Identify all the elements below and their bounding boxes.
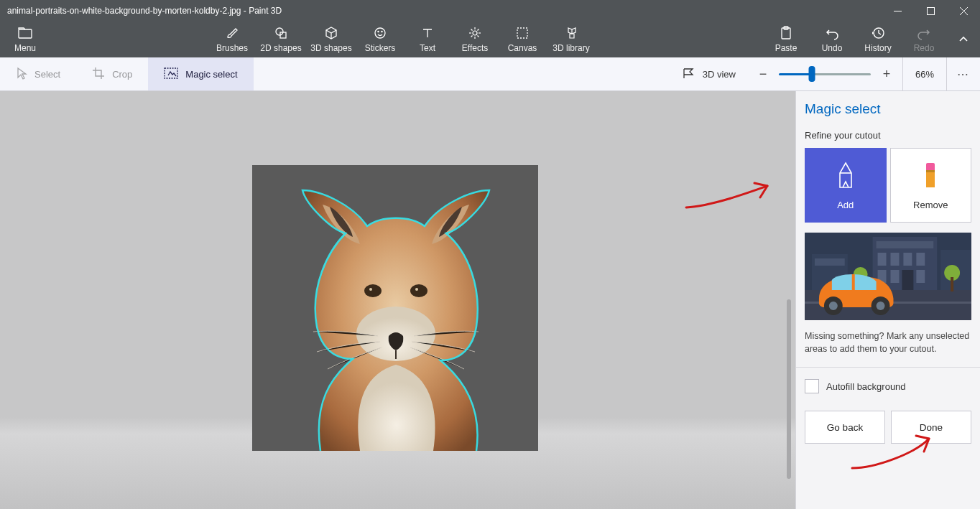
shape2d-icon [274,26,288,40]
svg-rect-19 [517,28,527,38]
undo-icon [825,26,839,40]
tool-text[interactable]: Text [404,22,451,57]
zoom-controls: − + [747,57,902,90]
svg-rect-39 [903,253,912,266]
crop-icon [92,67,105,82]
history-icon [871,26,885,40]
tool-3d-library[interactable]: 3D library [546,22,596,57]
canvas-scrollbar[interactable] [787,299,791,479]
svg-rect-36 [877,241,934,248]
ribbon-tools: Brushes 2D shapes 3D shapes Stickers Tex… [208,22,596,57]
cursor-icon [16,67,27,82]
window-title: animal-portraits-on-white-background-by-… [7,6,282,16]
zoom-out-button[interactable]: − [747,57,779,91]
redo-button[interactable]: Redo [901,22,947,57]
tool-stickers[interactable]: Stickers [356,22,404,57]
paste-icon [779,26,793,40]
shape3d-icon [324,26,338,40]
preview-illustration [805,233,971,320]
tool-label: History [864,43,891,53]
tool-label: Undo [822,43,843,53]
done-button[interactable]: Done [891,411,971,444]
add-tool-card[interactable]: Add [805,148,887,223]
svg-point-7 [375,28,385,38]
paste-button[interactable]: Paste [763,22,809,57]
maximize-button[interactable] [914,0,947,22]
tool-label: Paste [775,43,798,53]
fox-selection [252,165,538,451]
more-options-button[interactable]: ⋯ [947,57,980,90]
zoom-slider[interactable] [779,57,871,91]
options-bar: Select Crop Magic select 3D view − + 66%… [0,57,980,91]
svg-rect-38 [890,253,899,266]
autofill-checkbox-row[interactable]: Autofill background [805,379,971,393]
close-button[interactable] [947,0,980,22]
tool-canvas[interactable]: Canvas [499,22,546,57]
magic-select-icon [164,67,178,81]
history-button[interactable]: History [855,22,901,57]
tool-label: Effects [462,43,488,53]
svg-rect-30 [926,170,935,172]
canvas-image[interactable] [252,165,538,451]
tool-3d-shapes[interactable]: 3D shapes [306,22,356,57]
tool-label: Canvas [508,43,537,53]
3d-view-toggle[interactable]: 3D view [671,57,747,90]
tool-label: 3D library [553,43,589,53]
brush-icon [225,26,239,40]
zoom-percent[interactable]: 66% [902,57,947,90]
eraser-icon [921,160,940,192]
menu-button[interactable]: Menu [0,22,50,57]
library-icon [564,26,578,40]
annotation-arrow-top [683,177,783,220]
svg-line-17 [478,29,479,31]
checkbox[interactable] [805,379,819,393]
svg-rect-40 [916,253,925,266]
sidebar-title: Magic select [805,101,971,117]
ribbon-right: Paste Undo History Redo [763,22,980,57]
svg-point-25 [364,284,382,297]
svg-point-9 [382,31,382,32]
crop-tool[interactable]: Crop [76,57,148,90]
redo-icon [917,26,931,40]
divider [796,367,980,368]
card-label: Add [837,200,854,210]
menu-label: Menu [14,43,36,53]
svg-point-10 [473,31,477,35]
opt-label: 3D view [703,69,736,80]
undo-button[interactable]: Undo [809,22,855,57]
svg-line-15 [471,29,473,31]
magic-select-tool[interactable]: Magic select [148,57,253,90]
remove-tool-card[interactable]: Remove [890,148,972,223]
svg-rect-43 [916,270,925,283]
pencil-add-icon [834,160,857,192]
tool-effects[interactable]: Effects [451,22,499,57]
opt-label: Magic select [185,69,237,80]
svg-rect-37 [878,253,887,266]
minimize-button[interactable] [881,0,914,22]
svg-rect-31 [926,172,935,187]
text-icon [420,26,435,40]
sidebar-help-text: Missing something? Mark any unselected a… [805,330,971,355]
folder-icon [18,26,32,40]
sidebar-subhead: Refine your cutout [805,130,971,141]
go-back-button[interactable]: Go back [805,411,885,444]
select-tool[interactable]: Select [0,57,76,90]
canvas-icon [515,26,530,40]
svg-point-56 [877,302,885,310]
expand-ribbon-button[interactable] [947,22,980,57]
svg-point-27 [369,288,372,291]
ribbon: Menu Brushes 2D shapes 3D shapes Sticker… [0,22,980,57]
opt-label: Crop [112,69,132,80]
svg-rect-51 [951,277,953,291]
svg-rect-1 [927,7,934,14]
canvas-area[interactable] [0,91,795,509]
svg-point-5 [276,28,283,35]
svg-point-54 [829,302,838,310]
zoom-in-button[interactable]: + [871,57,902,91]
tool-2d-shapes[interactable]: 2D shapes [256,22,306,57]
tool-label: 3D shapes [310,43,351,53]
tool-brushes[interactable]: Brushes [208,22,256,57]
opt-label: Select [34,69,60,80]
card-label: Remove [913,200,948,210]
svg-point-8 [378,31,379,32]
